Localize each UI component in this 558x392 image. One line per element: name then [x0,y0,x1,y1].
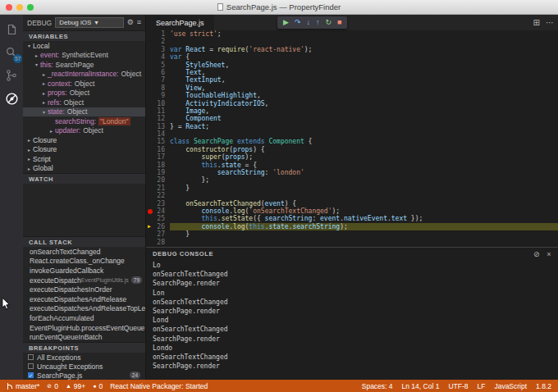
close-panel-icon[interactable]: × [547,250,551,258]
glyph-margin[interactable] [146,146,155,153]
step-out-icon[interactable]: ↑ [316,17,320,28]
glyph-margin[interactable]: ▶ [146,223,155,230]
variable-row[interactable]: ▸refs:Object [23,98,145,107]
glyph-margin[interactable] [146,176,155,184]
call-stack-frame[interactable]: onSearchTextChanged [23,247,145,257]
debug-console-output[interactable]: LoonSearchTextChangedSearchPage.renderLo… [146,260,558,380]
code-editor[interactable]: 1'use strict';23var React = require('rea… [146,30,558,247]
watch-section-header[interactable]: WATCH [23,173,145,184]
status-item[interactable]: Ln 14, Col 1 [402,382,440,390]
glyph-margin[interactable] [146,30,155,38]
glyph-margin[interactable] [146,185,155,192]
call-stack-frame[interactable]: invokeGuardedCallback [23,266,145,276]
status-item[interactable]: UTF-8 [448,382,468,390]
call-stack-frame[interactable]: executeDispatchEventPluginUtils.js79 [23,276,145,285]
code-text[interactable]: var React = require('react-native'); [170,46,558,53]
minimize-window-button[interactable] [16,4,23,11]
code-text[interactable]: ActivityIndicatorIOS, [170,100,558,107]
call-stack-frame[interactable]: React.createClass._onChange [23,257,145,267]
code-text[interactable]: TouchableHighlight, [170,92,558,99]
call-stack-frame[interactable]: executeDispatchesAndRelease [23,294,145,304]
glyph-margin[interactable] [146,162,155,169]
glyph-margin[interactable] [146,123,155,130]
debug-config-dropdown[interactable]: Debug iOS ▾ [55,17,123,28]
glyph-margin[interactable] [146,76,155,84]
code-text[interactable]: } = React; [170,123,558,130]
variable-row[interactable]: ▸Closure [23,145,145,155]
breakpoint-item[interactable]: ✓SearchPage.js24 [23,371,145,380]
call-stack-frame[interactable]: runEventQueueInBatch [23,332,145,342]
step-into-icon[interactable]: ↓ [306,17,310,28]
split-editor-icon[interactable]: ⊞ [533,18,540,27]
code-text[interactable]: this.state = { [170,162,558,169]
code-text[interactable] [170,239,558,246]
restart-icon[interactable]: ↻ [325,17,332,28]
code-text[interactable]: }; [170,176,558,184]
variable-row[interactable]: ▾Local [23,41,145,51]
code-text[interactable]: console.log('onSearchTextChanged'); [170,207,558,215]
glyph-margin[interactable] [146,84,155,92]
code-text[interactable]: super(props); [170,153,558,161]
code-text[interactable]: TextInput, [170,76,558,84]
code-text[interactable] [170,192,558,199]
variable-row[interactable]: ▾state:Object [23,107,145,117]
glyph-margin[interactable] [146,115,155,122]
glyph-margin[interactable] [146,38,155,45]
glyph-margin[interactable] [146,53,155,61]
step-over-icon[interactable]: ↷ [295,17,301,28]
gear-icon[interactable]: ⚙ [127,19,134,26]
activity-explorer-button[interactable] [0,18,23,41]
glyph-margin[interactable] [146,230,155,238]
variable-row[interactable]: searchString:"London" [23,116,145,126]
glyph-margin[interactable] [146,107,155,115]
variable-row[interactable]: ▸updater:Object [23,126,145,136]
activity-debug-button[interactable] [0,87,23,110]
more-actions-icon[interactable]: ⋯ [546,18,554,27]
continue-icon[interactable]: ▶ [283,17,289,28]
stop-icon[interactable]: ■ [337,17,341,28]
code-text[interactable]: class SearchPage extends Component { [170,138,558,145]
close-window-button[interactable] [6,4,12,11]
breakpoint-checkbox[interactable] [28,354,34,360]
glyph-margin[interactable] [146,169,155,176]
variable-row[interactable]: ▾this:SearchPage [23,60,145,70]
glyph-margin[interactable] [146,239,155,246]
activity-git-button[interactable] [0,64,23,87]
code-text[interactable]: } [170,230,558,238]
status-item[interactable]: LF [477,382,485,390]
code-text[interactable]: searchString: 'london' [170,169,558,176]
status-item[interactable]: Spaces: 4 [362,382,393,390]
code-text[interactable]: this.setState({ searchString: event.nati… [170,215,558,222]
tab-searchpage[interactable]: SearchPage.js [146,15,214,30]
breakpoint-item[interactable]: All Exceptions [23,353,145,362]
breakpoints-section-header[interactable]: BREAKPOINTS [23,342,145,353]
breakpoint-item[interactable]: Uncaught Exceptions [23,362,145,371]
breakpoint-checkbox[interactable]: ✓ [28,372,34,378]
call-stack-section-header[interactable]: CALL STACK [23,236,145,247]
activity-search-button[interactable]: 57 [0,41,23,64]
status-item[interactable]: ▲99+ [66,382,85,390]
status-item[interactable]: ⊘0 [47,382,58,390]
status-item[interactable]: JavaScript [494,382,527,390]
code-text[interactable]: } [170,185,558,192]
status-item[interactable]: master* [7,382,39,390]
glyph-margin[interactable] [146,138,155,145]
call-stack-frame[interactable]: executeDispatchesAndReleaseTopLevel [23,304,145,314]
glyph-margin[interactable] [146,69,155,76]
call-stack-frame[interactable]: executeDispatchesInOrder [23,285,145,294]
variable-row[interactable]: ▸_reactInternalInstance:Object [23,70,145,80]
glyph-margin[interactable] [146,207,155,215]
variable-row[interactable]: ▸Script [23,154,145,164]
code-text[interactable]: StyleSheet, [170,62,558,69]
code-text[interactable]: console.log(this.state.searchString); [170,223,558,230]
glyph-margin[interactable] [146,100,155,107]
status-item[interactable]: ●0 [93,382,103,390]
variable-row[interactable]: ▸Global [23,164,145,174]
glyph-margin[interactable] [146,200,155,207]
glyph-margin[interactable] [146,62,155,69]
breakpoint-checkbox[interactable] [28,363,34,369]
menu-icon[interactable]: ≡ [137,19,141,26]
code-text[interactable]: onSearchTextChanged(event) { [170,200,558,207]
code-text[interactable]: Image, [170,107,558,115]
glyph-margin[interactable] [146,92,155,99]
